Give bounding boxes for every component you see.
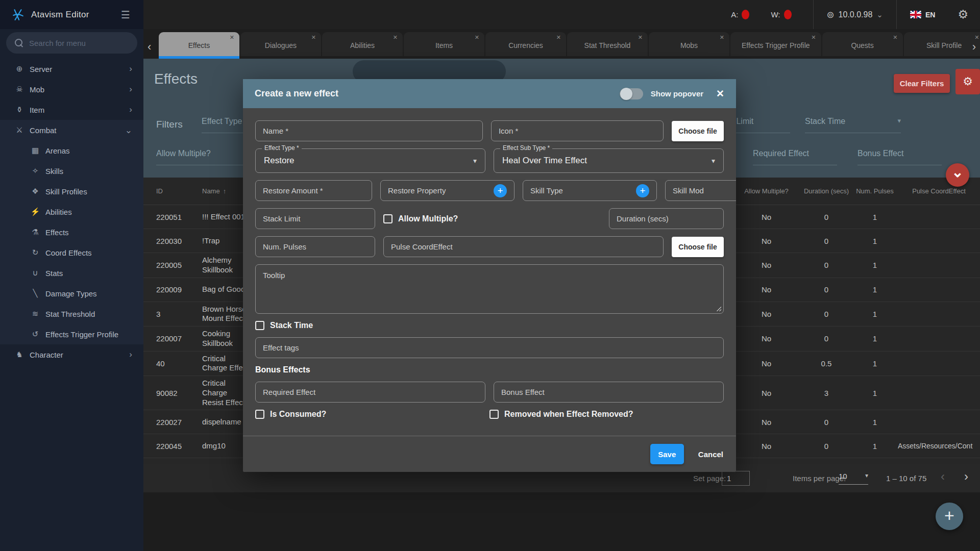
name-input[interactable] [263, 127, 475, 135]
tab-mobs[interactable]: Mobs✕ [649, 32, 729, 56]
tabs-scroll-right-icon[interactable]: › [972, 40, 976, 54]
scroll-top-button[interactable]: ⌄ [946, 163, 969, 187]
is-consumed-checkbox[interactable]: Is Consumed? [255, 410, 489, 419]
sidebar-item-stats[interactable]: ∪Stats [0, 263, 143, 283]
add-effect-button[interactable]: + [936, 503, 963, 530]
filter-required-effect[interactable]: Required Effect [753, 149, 837, 165]
sidebar-item-item[interactable]: ⚱Item› [0, 99, 143, 120]
sidebar-item-effects-trigger-profile[interactable]: ↺Effects Trigger Profile [0, 324, 143, 344]
tab-close-icon[interactable]: ✕ [893, 34, 897, 41]
tab-close-icon[interactable]: ✕ [638, 34, 643, 41]
table-cell-num-pulses: 1 [852, 389, 898, 397]
sidebar-item-arenas[interactable]: ▦Arenas [0, 140, 143, 161]
removed-when-effect-removed-checkbox[interactable]: Removed when Effect Removed? [489, 410, 724, 419]
skill-mod-input[interactable] [673, 186, 736, 195]
set-page-input[interactable] [722, 471, 750, 486]
sidebar-item-effects[interactable]: ⚗Effects [0, 222, 143, 242]
required-effect-input[interactable] [263, 388, 478, 396]
skill-type-input[interactable] [530, 186, 632, 195]
tab-label: Dialogues [265, 39, 297, 49]
sidebar-item-damage-types[interactable]: ╲Damage Types [0, 283, 143, 304]
sidebar-item-abilities[interactable]: ⚡Abilities [0, 202, 143, 222]
add-restore-property-button[interactable]: + [494, 184, 507, 197]
chevron-right-icon: › [129, 349, 132, 360]
icon-choose-file-button[interactable]: Choose file [672, 121, 724, 141]
tab-quests[interactable]: Quests✕ [822, 32, 903, 56]
tab-effects[interactable]: Effects✕ [159, 32, 239, 56]
table-cell-duration: 0 [801, 418, 852, 427]
tab-close-icon[interactable]: ✕ [393, 34, 398, 41]
tab-dialogues[interactable]: Dialogues✕ [240, 32, 321, 56]
pulse-coordeffect-input[interactable] [391, 242, 656, 251]
icon-input[interactable] [499, 127, 656, 135]
column-header-num-pulses[interactable]: Num. Pulses [852, 187, 898, 196]
bag-icon: ⚱ [13, 105, 26, 114]
sidebar-item-combat[interactable]: ⚔Combat⌄ [0, 120, 143, 140]
hamburger-icon[interactable]: ☰ [121, 9, 130, 21]
tooltip-textarea[interactable] [256, 265, 723, 313]
pulse-choose-file-button[interactable]: Choose file [672, 237, 724, 257]
stack-limit-input[interactable] [263, 214, 368, 223]
dropdown-arrow-icon: ▾ [865, 472, 868, 479]
tab-currencies[interactable]: Currencies✕ [485, 32, 566, 56]
add-skill-type-button[interactable]: + [636, 184, 649, 197]
tab-close-icon[interactable]: ✕ [720, 34, 724, 41]
effect-type-select[interactable]: Effect Type * Restore ▾ [255, 148, 485, 173]
settings-gear-icon[interactable]: ⚙ [958, 8, 968, 21]
items-per-page-select[interactable]: ▾ 10 [839, 472, 868, 485]
bonus-effect-input[interactable] [501, 388, 716, 396]
close-icon[interactable]: ✕ [716, 88, 724, 99]
sidebar-item-coord-effects[interactable]: ↻Coord Effects [0, 242, 143, 263]
search-input[interactable] [29, 39, 129, 47]
effect-tags-input[interactable] [263, 343, 716, 352]
sidebar-item-server[interactable]: ⊕Server› [0, 59, 143, 79]
tab-close-icon[interactable]: ✕ [311, 34, 316, 41]
plus-icon: + [640, 185, 645, 196]
sidebar-item-mob[interactable]: ☠Mob› [0, 79, 143, 99]
next-page-icon[interactable]: › [964, 469, 968, 484]
server-ip-dropdown[interactable]: ⊚ 10.0.0.98 ⌄ [827, 9, 883, 20]
language-selector[interactable]: EN [910, 11, 935, 19]
tab-close-icon[interactable]: ✕ [556, 34, 561, 41]
tab-label: Items [435, 39, 453, 49]
allow-multiple-checkbox[interactable]: Allow Multiple? [383, 214, 458, 223]
sidebar-item-character[interactable]: ♞Character› [0, 344, 143, 365]
effect-sub-type-select[interactable]: Effect Sub Type * Heal Over Time Effect … [494, 148, 724, 173]
cancel-button[interactable]: Cancel [698, 450, 723, 459]
sidebar-item-skills[interactable]: ✧Skills [0, 161, 143, 181]
filter-stack-time[interactable]: ▾ Stack Time [805, 117, 901, 133]
column-header-id[interactable]: ID [156, 187, 202, 196]
sidebar-search[interactable] [6, 32, 137, 54]
column-header-pulse-coordeffect[interactable]: Pulse CoordEffect [898, 187, 980, 196]
sidebar-item-label: Server [30, 65, 52, 73]
table-cell-allow-multiple: No [732, 261, 801, 269]
sidebar-item-label: Coord Effects [45, 248, 92, 257]
show-popover-toggle[interactable] [620, 88, 643, 99]
table-settings-button[interactable]: ⚙ [955, 69, 980, 94]
tab-items[interactable]: Items✕ [404, 32, 484, 56]
tabs-scroll-left-icon[interactable]: ‹ [148, 40, 151, 54]
tab-abilities[interactable]: Abilities✕ [322, 32, 403, 56]
clear-filters-button[interactable]: Clear Filters [894, 74, 950, 93]
table-cell-id: 220030 [156, 237, 202, 245]
sidebar-item-stat-threshold[interactable]: ≋Stat Threshold [0, 304, 143, 324]
previous-page-icon[interactable]: ‹ [941, 469, 945, 484]
set-page-label: Set page: [693, 474, 726, 483]
tab-effects-trigger-profile[interactable]: Effects Trigger Profile✕ [730, 32, 821, 56]
tab-close-icon[interactable]: ✕ [230, 34, 234, 41]
num-pulses-input[interactable] [263, 242, 368, 251]
filter-bonus-effect[interactable]: Bonus Effect [857, 149, 942, 165]
column-header-allow-multiple[interactable]: Allow Multiple? [732, 187, 801, 196]
sidebar-item-label: Effects [45, 228, 69, 237]
tab-skill-profile[interactable]: Skill Profile✕ [904, 32, 980, 56]
tab-stat-threshold[interactable]: Stat Threshold✕ [567, 32, 648, 56]
restore-property-input[interactable] [388, 186, 489, 195]
column-header-duration[interactable]: Duration (secs) [801, 187, 852, 196]
sidebar-item-skill-profiles[interactable]: ❖Skill Profiles [0, 181, 143, 202]
restore-amount-input[interactable] [263, 186, 364, 195]
duration-input[interactable] [617, 214, 716, 223]
save-button[interactable]: Save [650, 444, 684, 464]
tab-close-icon[interactable]: ✕ [811, 34, 816, 41]
stack-time-checkbox[interactable]: Stack Time [255, 321, 724, 330]
tab-close-icon[interactable]: ✕ [475, 34, 479, 41]
